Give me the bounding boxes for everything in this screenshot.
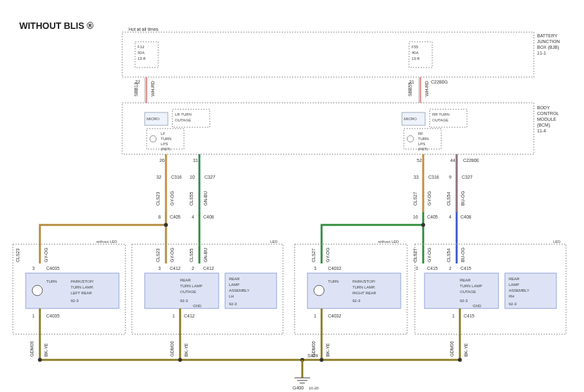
pin-16: 16 [413, 215, 418, 219]
m2b2-1: REAR [229, 277, 240, 281]
svg-point-16 [320, 358, 324, 362]
lr-out-2: OUTAGE [175, 118, 191, 122]
m2b1-3: OUTAGE [180, 290, 196, 294]
m4-botconn: C415 [464, 314, 475, 318]
pin-9: 9 [449, 175, 452, 179]
m2b2-3: ASSEMBLY [229, 289, 250, 292]
mod2-hdr: LED [270, 240, 278, 244]
rf-fet-2: TURN [418, 137, 429, 141]
m2-cc2: C412 [203, 266, 214, 271]
mod3-turn-icon [314, 285, 324, 296]
m3-bref: 92-3 [352, 299, 361, 303]
m2-w2: GN-BU [203, 247, 208, 262]
lf-fet-3: LPS [161, 142, 168, 146]
ground-icon [295, 378, 310, 383]
m4b2-3: ASSEMBLY [509, 289, 529, 292]
pin-32: 32 [156, 175, 161, 179]
m2-gwc: BK-YE [184, 343, 188, 357]
pin-44: 44 [450, 158, 455, 163]
mod1-hdr: without LED [96, 240, 118, 244]
m3-topconn: C4032 [328, 266, 342, 271]
m2b2-2: LAMP [229, 283, 239, 287]
m1-b1: PARK/STOP/ [71, 280, 94, 283]
svg-point-12 [164, 223, 168, 227]
rf-fet-3: LPS [418, 142, 425, 146]
m4-gwc: BK-YE [464, 343, 468, 357]
buog-r: BU-OG [461, 191, 465, 206]
pin-33: 33 [414, 175, 419, 179]
m1-inwc: GY-OG [44, 247, 48, 262]
m2b1-2: TURN LAMP [180, 284, 203, 288]
wiring-diagram: WITHOUT BLIS ® Hot at all times BATTERY … [0, 0, 584, 392]
m4-w2: BU-OG [461, 247, 465, 262]
m1-incls: CLS23 [15, 248, 20, 262]
diagram-title: WITHOUT BLIS ® [19, 21, 94, 31]
sbb12-lbl: SBB12 [134, 82, 138, 96]
fet-r-sym [407, 136, 414, 142]
m3-gwc: BK-YE [325, 343, 330, 357]
m2-gndlbl: GND [193, 304, 202, 308]
m1-glbl: GDM06 [30, 341, 34, 357]
bcm-name-2: CONTROL [537, 111, 559, 116]
s409: S409 [307, 353, 318, 358]
bcm-name-1: BODY [537, 105, 550, 110]
bcm-name-4: (BCM) [537, 123, 550, 128]
rf-fet-4: (FET) [418, 147, 428, 151]
rf-fet-1: RF [418, 132, 423, 136]
m2-botpin: 1 [172, 314, 175, 318]
c405-l: C405 [170, 215, 181, 219]
m4b1-2: TURN LAMP [460, 284, 482, 288]
m2-glbl: GDM06 [170, 341, 174, 357]
c408-r: C408 [461, 215, 471, 219]
m2b2-4: LH [229, 294, 234, 298]
m1-botconn: C4035 [46, 314, 60, 318]
cls23-l: CLS23 [156, 192, 160, 206]
sbb55-lbl: SBB55 [408, 82, 412, 96]
m4b2-r: 92-3 [509, 302, 517, 306]
m4-c2: CLS54 [446, 248, 451, 262]
lf-fet-1: LF [161, 132, 165, 136]
rr-out-1: RR TURN [432, 112, 450, 116]
svg-point-14 [38, 358, 42, 362]
pin-31: 31 [193, 158, 198, 163]
m4-cc2: C415 [461, 266, 471, 271]
gyog-r: GY-OG [427, 191, 432, 206]
bjb-ref: 11-1 [537, 51, 546, 55]
m3-b1: PARK/STOP/ [352, 280, 376, 283]
pin-8: 8 [158, 215, 161, 219]
m2-w1: GY-OG [170, 247, 174, 262]
m2-botconn: C412 [184, 314, 195, 318]
m1-bref: 92-3 [71, 299, 79, 303]
m4-cc1: C415 [427, 266, 438, 271]
wire-cls27-r: 33 C316 CLS27 GY-OG [413, 154, 439, 212]
m2b1-1: REAR [180, 278, 191, 282]
m1-gwc: BK-YE [44, 343, 48, 357]
m2-p2: 2 [192, 266, 194, 271]
cls55-l: CLS55 [189, 192, 194, 206]
bjb-name-2: JUNCTION [537, 39, 560, 44]
m2-cc1: C412 [170, 266, 181, 271]
split-l1a [40, 212, 166, 263]
split-r1a [322, 212, 423, 263]
gnbu-l: GN-BU [203, 191, 208, 206]
m1-b2: TURN LAMP, [71, 285, 94, 289]
m2b2-r: 92-3 [229, 302, 237, 306]
mod1-turn-icon [32, 285, 42, 296]
pin-21: 21 [409, 80, 414, 84]
f12-id: F12 [138, 45, 145, 49]
m4-c1: CLS27 [413, 248, 417, 262]
m4b2-2: LAMP [509, 283, 519, 287]
m4b2-4: RH [509, 294, 515, 298]
c2280g: C2280G [431, 80, 448, 84]
bjb-box [122, 32, 534, 77]
f55-ref: 13-8 [412, 57, 420, 60]
c327-r: C327 [462, 175, 473, 179]
bcm-ref: 11-4 [537, 129, 546, 133]
f55-amp: 40A [412, 51, 419, 55]
m2-c2: CLS55 [189, 248, 194, 262]
m2-p1: 3 [158, 266, 161, 271]
m2b1-r: 92-3 [180, 299, 188, 303]
wire-cls23-l: 32 C316 CLS23 GY-OG [156, 154, 182, 212]
c316-l: C316 [171, 175, 182, 179]
pin-26: 26 [160, 158, 165, 163]
